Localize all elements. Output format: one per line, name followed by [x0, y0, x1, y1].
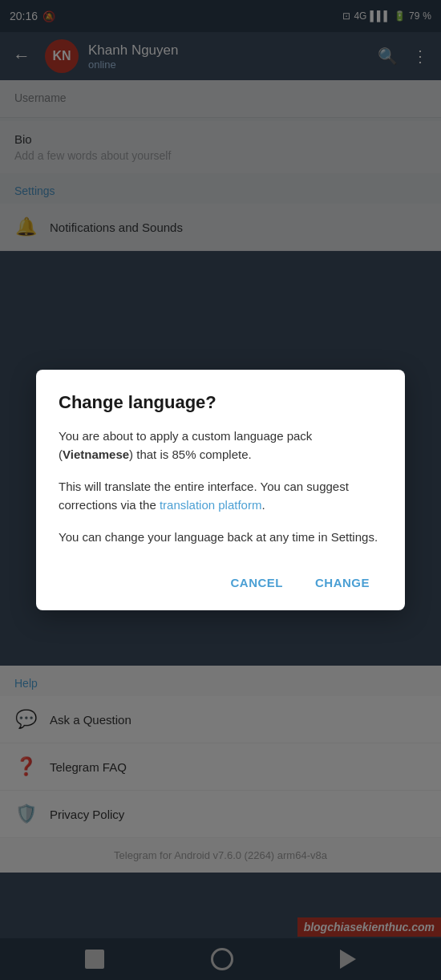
dialog-paragraph2: This will translate the entire interface…: [59, 478, 382, 514]
dialog-body: You are about to apply a custom language…: [59, 427, 382, 547]
dialog-title: Change language?: [59, 392, 382, 413]
translation-platform-link[interactable]: translation platform: [160, 498, 262, 512]
dialog-actions: CANCEL CHANGE: [59, 558, 382, 597]
cancel-button[interactable]: CANCEL: [217, 568, 296, 597]
language-name: Vietnamese: [63, 447, 129, 461]
dialog-overlay: Change language? You are about to apply …: [0, 0, 441, 980]
change-button[interactable]: CHANGE: [302, 568, 382, 597]
dialog-paragraph3: You can change your language back at any…: [59, 528, 382, 547]
change-language-dialog: Change language? You are about to apply …: [36, 370, 405, 610]
dialog-paragraph1: You are about to apply a custom language…: [59, 427, 382, 464]
